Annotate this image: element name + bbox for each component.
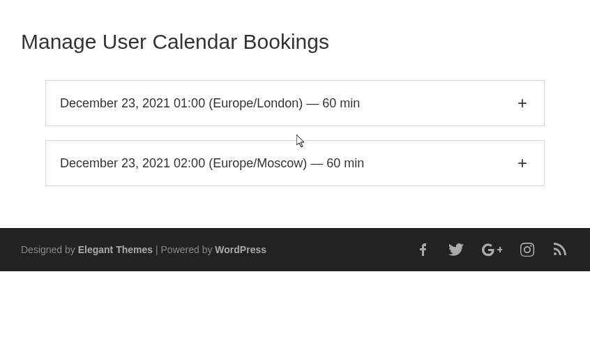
booking-label: December 23, 2021 02:00 (Europe/Moscow) … — [60, 156, 364, 171]
rss-icon[interactable] — [552, 241, 569, 258]
booking-list: December 23, 2021 01:00 (Europe/London) … — [21, 80, 569, 186]
facebook-icon[interactable] — [414, 241, 431, 258]
social-icons — [414, 241, 569, 258]
google-plus-icon[interactable] — [481, 241, 502, 258]
footer-credits: Designed by Elegant Themes | Powered by … — [21, 244, 266, 255]
booking-item[interactable]: December 23, 2021 01:00 (Europe/London) … — [45, 80, 545, 126]
booking-item[interactable]: December 23, 2021 02:00 (Europe/Moscow) … — [45, 140, 545, 186]
twitter-icon[interactable] — [448, 241, 464, 258]
page-title: Manage User Calendar Bookings — [21, 30, 569, 54]
instagram-icon[interactable] — [519, 241, 536, 258]
elegant-themes-link[interactable]: Elegant Themes — [78, 244, 153, 255]
plus-icon: + — [517, 155, 527, 172]
wordpress-link[interactable]: WordPress — [215, 244, 266, 255]
designed-by-prefix: Designed by — [21, 244, 78, 255]
booking-label: December 23, 2021 01:00 (Europe/London) … — [60, 96, 360, 111]
footer: Designed by Elegant Themes | Powered by … — [0, 228, 590, 271]
plus-icon: + — [517, 95, 527, 112]
footer-separator: | Powered by — [153, 244, 215, 255]
